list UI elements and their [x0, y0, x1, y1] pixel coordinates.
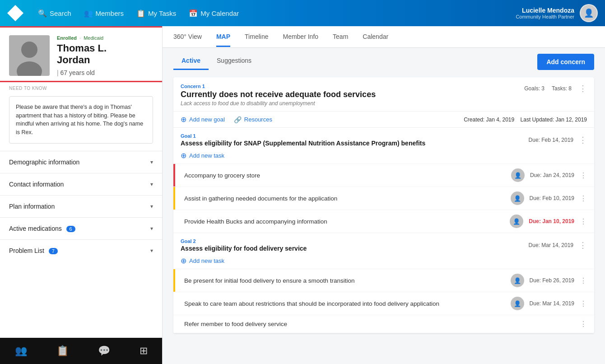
task-row: Be present for initial food delivery to … — [173, 269, 594, 292]
tab-member-info[interactable]: Member Info — [283, 27, 318, 47]
concerns-area: Concern 1 Currently does not receive ade… — [163, 70, 605, 364]
task-row: Refer member to food delivery service ⋮ — [173, 315, 594, 333]
task-row: Provide Health Bucks and accompanying in… — [173, 210, 594, 233]
goal-header-1: Goal 1 Assess eligibility for SNAP (Supp… — [173, 128, 594, 149]
tabs-bar: 360° View MAP Timeline Member Info Team … — [163, 26, 605, 48]
concern-header-left: Concern 1 Currently does not receive ade… — [181, 84, 524, 107]
patient-avatar — [9, 35, 50, 76]
add-concern-button[interactable]: Add concern — [537, 54, 594, 70]
goal-section-1: Goal 1 Assess eligibility for SNAP (Supp… — [173, 128, 594, 233]
bottom-nav-members[interactable]: 👥 — [15, 345, 27, 357]
patient-header: Enrolled · Medicaid Thomas L. Jordan 67 … — [0, 26, 162, 82]
tasks-count: Tasks: 8 — [552, 85, 572, 92]
task-assignee-avatar: 👤 — [511, 191, 524, 205]
task-row-right: 👤 Due: Feb 10, 2019 ⋮ — [511, 191, 587, 205]
goal-label: Goal 2 — [181, 238, 529, 244]
task-row-right: 👤 Due: Jan 24, 2019 ⋮ — [511, 168, 587, 182]
priority-bar-none — [173, 315, 175, 333]
chevron-down-icon: ▾ — [150, 181, 153, 187]
task-row: Speak to care team about restrictions th… — [173, 292, 594, 315]
add-goal-button[interactable]: ⊕ Add new goal — [181, 115, 225, 124]
sidebar: Enrolled · Medicaid Thomas L. Jordan 67 … — [0, 26, 163, 364]
task-text: Accompany to grocery store — [181, 172, 511, 179]
priority-bar-none — [173, 292, 175, 315]
bottom-nav-grid[interactable]: ⊞ — [140, 345, 148, 357]
goal-header-2: Goal 2 Assess eligibility for food deliv… — [173, 233, 594, 255]
task-more-options[interactable]: ⋮ — [580, 276, 587, 285]
task-text: Provide Health Bucks and accompanying in… — [181, 218, 510, 225]
tab-calendar[interactable]: Calendar — [363, 27, 388, 47]
task-assignee-avatar: 👤 — [511, 168, 525, 182]
sidebar-section-label: Active medications 6 — [9, 225, 75, 232]
tasks-icon: 📋 — [136, 9, 145, 18]
plus-circle-icon: ⊕ — [181, 257, 186, 265]
add-task-button-goal1[interactable]: ⊕ Add new task — [173, 149, 594, 163]
task-text: Speak to care team about restrictions th… — [181, 300, 511, 307]
task-row-right: 👤 Due: Feb 26, 2019 ⋮ — [511, 274, 587, 287]
sub-tab-active[interactable]: Active — [173, 53, 209, 70]
calendar-icon: 📅 — [189, 9, 198, 18]
priority-bar-yellow — [173, 269, 175, 292]
task-more-options[interactable]: ⋮ — [580, 217, 587, 226]
task-more-options[interactable]: ⋮ — [580, 299, 587, 308]
sidebar-item-contact[interactable]: Contact information ▾ — [0, 173, 162, 195]
concern-more-options[interactable]: ⋮ — [579, 84, 587, 93]
sub-tab-suggestions[interactable]: Suggestions — [209, 53, 260, 70]
sidebar-item-demographic[interactable]: Demographic information ▾ — [0, 151, 162, 173]
task-text: Refer member to food delivery service — [181, 321, 574, 327]
patient-status: Enrolled · Medicaid — [57, 35, 153, 41]
tab-map[interactable]: MAP — [216, 27, 230, 47]
app-logo[interactable] — [7, 5, 23, 21]
nav-calendar[interactable]: 📅 My Calendar — [189, 9, 239, 18]
problem-list-badge: 7 — [49, 248, 58, 254]
task-due: Due: Feb 10, 2019 — [530, 195, 574, 201]
sub-tabs-left: Active Suggestions — [173, 53, 260, 70]
task-due: Due: Mar 14, 2019 — [530, 300, 574, 307]
alert-box: Please be aware that there's a dog in Th… — [9, 96, 153, 144]
goal-more-options[interactable]: ⋮ — [579, 135, 587, 145]
nav-user: Lucielle Mendoza Community Health Partne… — [516, 4, 598, 22]
tab-360-view[interactable]: 360° View — [173, 27, 202, 47]
nav-user-name: Lucielle Mendoza — [516, 7, 574, 14]
medication-badge: 6 — [66, 226, 75, 232]
nav-search[interactable]: 🔍 Search — [38, 9, 71, 18]
goal-header-left: Goal 1 Assess eligibility for SNAP (Supp… — [181, 133, 529, 147]
goal-header-left: Goal 2 Assess eligibility for food deliv… — [181, 238, 529, 252]
priority-bar-yellow — [173, 187, 175, 210]
sidebar-item-problem-list[interactable]: Problem List 7 ▾ — [0, 239, 162, 261]
goal-section-2: Goal 2 Assess eligibility for food deliv… — [173, 233, 594, 333]
task-more-options[interactable]: ⋮ — [580, 171, 587, 180]
resources-button[interactable]: 🔗 Resources — [234, 115, 272, 124]
nav-user-avatar[interactable]: 👤 — [580, 4, 598, 22]
bottom-nav-messages[interactable]: 💬 — [98, 345, 110, 357]
concern-dates: Created: Jan 4, 2019 Last Updated: Jan 1… — [464, 117, 587, 123]
sidebar-item-medications[interactable]: Active medications 6 ▾ — [0, 217, 162, 239]
nav-tasks[interactable]: 📋 My Tasks — [136, 9, 176, 18]
concern-actions-left: ⊕ Add new goal 🔗 Resources — [181, 115, 272, 124]
patient-info: Enrolled · Medicaid Thomas L. Jordan 67 … — [57, 35, 153, 76]
sidebar-section-label: Plan information — [9, 203, 55, 210]
task-due: Due: Feb 26, 2019 — [530, 277, 574, 284]
tab-timeline[interactable]: Timeline — [245, 27, 268, 47]
task-row-right: 👤 Due: Mar 14, 2019 ⋮ — [511, 297, 587, 310]
task-assignee-avatar: 👤 — [511, 297, 524, 310]
task-more-options[interactable]: ⋮ — [580, 194, 587, 203]
tab-team[interactable]: Team — [333, 27, 348, 47]
link-icon: 🔗 — [234, 116, 242, 123]
add-task-button-goal2[interactable]: ⊕ Add new task — [173, 255, 594, 269]
concern-last-updated: Last Updated: Jan 12, 2019 — [521, 117, 587, 123]
concern-header-right: Goals: 3 Tasks: 8 ⋮ — [524, 84, 587, 93]
task-row: Assist in gathering needed documents for… — [173, 187, 594, 210]
bottom-nav-bar: 👥 📋 💬 ⊞ — [0, 338, 163, 364]
nav-members[interactable]: 👥 Members — [84, 9, 124, 18]
sidebar-item-plan[interactable]: Plan information ▾ — [0, 195, 162, 217]
nav-user-role: Community Health Partner — [516, 14, 574, 19]
sidebar-section-label: Contact information — [9, 181, 64, 188]
search-icon: 🔍 — [38, 9, 47, 18]
bottom-nav-tasks[interactable]: 📋 — [56, 345, 69, 357]
goal-more-options[interactable]: ⋮ — [579, 240, 587, 250]
task-due: Due: Jan 10, 2019 — [529, 218, 574, 224]
task-more-options[interactable]: ⋮ — [580, 320, 587, 328]
goal-label: Goal 1 — [181, 133, 529, 139]
goal-due: Due: Mar 14, 2019 — [529, 242, 573, 248]
